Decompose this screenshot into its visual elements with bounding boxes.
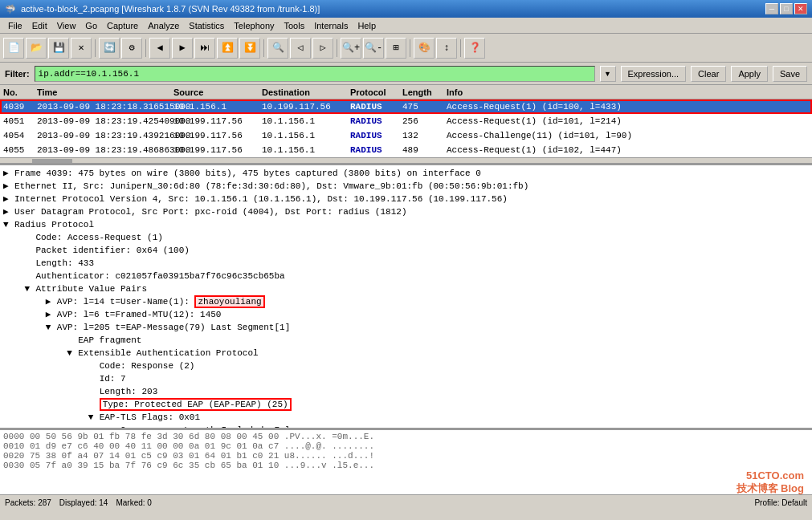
status-profile: Profile: Default [754,498,807,507]
detail-line[interactable]: ▶ Internet Protocol Version 4, Src: 10.1… [0,193,812,205]
close-button2[interactable]: ✕ [71,38,92,59]
header-destination: Destination [259,87,347,97]
detail-line: 0... .... = Length Included: False [0,424,812,430]
detail-line[interactable]: ▼ EAP-TLS Flags: 0x01 [0,411,812,424]
status-packets: Packets: 287 [5,498,51,507]
detail-line: Length: 203 [0,385,812,398]
save-filter-button[interactable]: Save [773,66,807,82]
menu-go[interactable]: Go [80,19,102,32]
expression-button[interactable]: Expression... [621,66,687,82]
menu-analyze[interactable]: Analyze [143,19,184,32]
menu-help[interactable]: Help [353,19,381,32]
cell-protocol: RADIUS [347,145,399,155]
horizontal-scrollbar[interactable] [0,157,812,165]
collapse-icon: ▶ [3,167,14,180]
apply-button[interactable]: Apply [731,66,768,82]
find-button[interactable]: 🔍 [267,38,288,59]
cell-source: 10.199.117.56 [170,116,259,126]
capture-options-button[interactable]: ⚙ [121,38,142,59]
packet-row[interactable]: 4055 2013-09-09 18:23:19.486863000 10.19… [0,143,812,157]
menu-file[interactable]: File [3,19,27,32]
leaf-icon [88,385,100,398]
hex-line: 0010 01 d9 e7 c6 40 00 40 11 00 00 0a 01… [3,441,809,451]
clear-button[interactable]: Clear [691,66,726,82]
back-button[interactable]: ◀ [149,38,170,59]
detail-line[interactable]: ▶ AVP: l=14 t=User-Name(1): zhaoyouliang [0,295,812,308]
detail-line: Length: 433 [0,257,812,270]
expand-icon: ▼ [3,218,14,231]
top-button[interactable]: ⏫ [217,38,238,59]
cell-no: 4039 [0,102,34,112]
cell-info: Access-Challenge(11) (id=101, l=90) [443,131,812,140]
collapse-icon: ▶ [46,308,57,321]
menu-statistics[interactable]: Statistics [184,19,229,32]
detail-line: Type: Protected EAP (EAP-PEAP) (25) [0,398,812,411]
menu-view[interactable]: View [52,19,81,32]
forward-button[interactable]: ▶ [172,38,193,59]
auto-scroll-button[interactable]: ↕ [436,38,457,59]
new-capture-button[interactable]: 📄 [3,38,24,59]
sep3 [263,39,264,57]
header-info: Info [443,87,812,97]
reload-button[interactable]: 🔄 [99,38,120,59]
maximize-button[interactable]: □ [780,3,793,14]
detail-line[interactable]: ▼ Extensible Authentication Protocol [0,347,812,360]
expand-icon: ▼ [67,347,78,360]
cell-length: 256 [399,116,443,126]
detail-line[interactable]: ▼ Radius Protocol [0,218,812,231]
leaf-icon [88,372,100,385]
menu-edit[interactable]: Edit [27,19,52,32]
hscroll-thumb[interactable] [32,159,72,166]
bottom-button[interactable]: ⏬ [239,38,260,59]
help-button[interactable]: ❓ [464,38,485,59]
header-length: Length [399,87,443,97]
highlighted-text: zhaoyouliang [194,295,264,308]
detail-line[interactable]: ▶ Ethernet II, Src: JuniperN_30:6d:80 (7… [0,180,812,193]
open-button[interactable]: 📂 [26,38,47,59]
filter-bar: Filter: ▼ Expression... Clear Apply Save [0,63,812,85]
colorize-button[interactable]: 🎨 [414,38,435,59]
go-to-button[interactable]: ⏭ [194,38,215,59]
cell-length: 475 [399,102,443,112]
cell-info: Access-Request(1) (id=101, l=214) [443,116,812,126]
detail-line[interactable]: ▶ Frame 4039: 475 bytes on wire (3800 bi… [0,167,812,180]
zoom-reset-button[interactable]: ⊞ [386,38,406,59]
menu-capture[interactable]: Capture [102,19,143,32]
detail-line[interactable]: ▶ AVP: l=6 t=Framed-MTU(12): 1450 [0,308,812,321]
packet-row[interactable]: 4039 2013-09-09 18:23:18.316515000 10.1.… [0,100,812,114]
zoom-out-button[interactable]: 🔍- [363,38,384,59]
status-displayed: Displayed: 14 [59,498,108,507]
filter-dropdown-button[interactable]: ▼ [600,66,616,82]
cell-time: 2013-09-09 18:23:18.316515000 [34,102,170,112]
cell-source: 10.199.117.56 [170,145,259,155]
cell-length: 489 [399,145,443,155]
save-button[interactable]: 💾 [48,38,69,59]
menu-telephony[interactable]: Telephony [229,19,279,32]
sep6 [460,39,461,57]
cell-no: 4051 [0,116,34,126]
collapse-icon: ▶ [3,205,14,218]
cell-no: 4055 [0,145,34,155]
detail-line[interactable]: ▼ Attribute Value Pairs [0,282,812,295]
find-prev-button[interactable]: ◁ [290,38,311,59]
filter-input[interactable] [35,66,595,82]
close-button[interactable]: ✕ [794,3,807,14]
detail-line: Authenticator: c021057fa03915ba7f76c96c3… [0,270,812,282]
leaf-icon [24,231,35,244]
packet-row[interactable]: 4051 2013-09-09 18:23:19.425409000 10.19… [0,114,812,128]
find-next-button[interactable]: ▷ [312,38,333,59]
cell-source: 10.1.156.1 [170,102,259,112]
minimize-button[interactable]: ─ [765,3,778,14]
menu-internals[interactable]: Internals [309,19,353,32]
cell-info: Access-Request(1) (id=100, l=433) [443,102,812,112]
cell-no: 4054 [0,131,34,140]
filter-label: Filter: [5,69,30,79]
detail-line[interactable]: ▼ AVP: l=205 t=EAP-Message(79) Last Segm… [0,321,812,334]
window-controls: ─ □ ✕ [765,3,807,14]
leaf-icon [67,334,78,347]
detail-line[interactable]: ▶ User Datagram Protocol, Src Port: pxc-… [0,205,812,218]
menu-tools[interactable]: Tools [280,19,310,32]
zoom-in-button[interactable]: 🔍+ [341,38,361,59]
packet-row[interactable]: 4054 2013-09-09 18:23:19.439216000 10.19… [0,128,812,143]
window-title: active-to-block_2.pcapng [Wireshark 1.8.… [21,4,320,14]
